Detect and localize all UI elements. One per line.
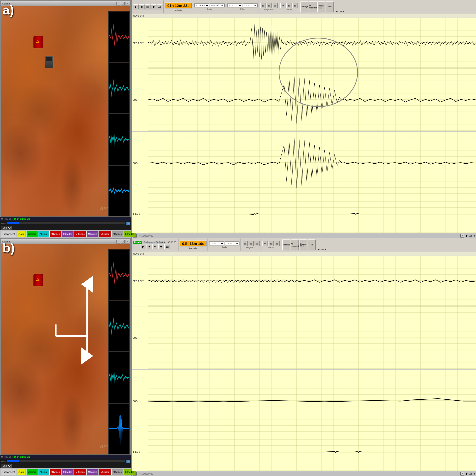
channel-wave-eeg-b bbox=[148, 256, 476, 306]
freq-select-a[interactable]: 70 Hz bbox=[227, 3, 242, 7]
track-icon1-b[interactable]: ≡ bbox=[262, 241, 268, 246]
game-titlebar-b: Second _ □ ✕ bbox=[1, 239, 130, 244]
scale-uv-select-b[interactable]: 70 Hz bbox=[209, 241, 224, 245]
tracks-label-b: Tracks bbox=[268, 246, 274, 249]
tb-cam-icon-a[interactable]: 📷 bbox=[157, 4, 162, 9]
channel-row-eog1-b: EOG bbox=[132, 306, 476, 370]
scale-label-b: Scale bbox=[222, 246, 227, 248]
m3-button-a[interactable]: M3wideo bbox=[74, 231, 86, 237]
m4-button-a[interactable]: M4wideo bbox=[87, 231, 98, 237]
alarm-button-b[interactable]: Alarm bbox=[17, 469, 26, 475]
montage-btn-a[interactable]: Montage bbox=[300, 1, 308, 12]
tb-play2-b[interactable]: ▶ bbox=[141, 244, 146, 249]
scroll-indicator-b[interactable]: ↕ bbox=[126, 460, 130, 463]
signal-panel-blue-a bbox=[108, 165, 130, 216]
track-icon2-a[interactable]: ⊞ bbox=[286, 3, 292, 8]
mars-terrain-a: REMsp bbox=[1, 6, 130, 216]
attempt-button-b[interactable]: Attempt bbox=[38, 469, 49, 475]
signal-panel-spike-b bbox=[108, 403, 130, 454]
progress-row-b: 10% ↕ bbox=[0, 459, 131, 464]
as-recorded-btn-a[interactable]: Asrecorded bbox=[309, 1, 317, 12]
frag-icon1-b[interactable]: ⊞ bbox=[242, 241, 248, 246]
m6-button-b[interactable]: M6wideo bbox=[111, 469, 123, 475]
scale-mm-select-b[interactable]: 0.5 Hz bbox=[225, 241, 239, 245]
wakeup-button-b[interactable]: WakeUp bbox=[26, 469, 38, 475]
track-icon3-a[interactable]: ⊟ bbox=[292, 3, 298, 8]
channel-label-eog1-b: EOG bbox=[132, 337, 148, 339]
track-icon1-a[interactable]: ≡ bbox=[280, 3, 286, 8]
disable-eeg-btn-a[interactable]: DisableEEG bbox=[317, 1, 325, 12]
progress-bar-fill-b bbox=[7, 460, 19, 462]
channel-label-emg-a: 4: EMG bbox=[132, 213, 148, 215]
toolbar-fragments-a: ⊞ ⊟ ⊠ Fragments bbox=[259, 0, 279, 13]
track-icon3-b[interactable]: ⊟ bbox=[274, 241, 280, 246]
tb-skip-icon-a[interactable]: ⏭ bbox=[145, 4, 150, 9]
signal-panel-red-b bbox=[108, 250, 130, 300]
close-btn-b[interactable]: ✕ bbox=[125, 240, 129, 243]
channel-row-eeg-b: EEG-POLY bbox=[132, 256, 476, 306]
eeg-content-b: Waveform EEG-POLY EOG bbox=[132, 252, 476, 471]
signal-sidebar-a bbox=[108, 11, 130, 216]
status-next-btn-a[interactable]: ► bbox=[460, 234, 464, 238]
m2-button-b[interactable]: M2wideo bbox=[62, 469, 74, 475]
scale-mm-select-a[interactable]: 15 mm/s bbox=[210, 3, 225, 7]
status-page-info-a: ▶ 16s ◄ bbox=[466, 235, 475, 237]
tb-cam2-b[interactable]: 📷 bbox=[164, 244, 170, 249]
m3-button-b[interactable]: M3wideo bbox=[74, 469, 86, 475]
status-file-b: ◄ 1 20220729 bbox=[139, 473, 458, 475]
minimize-btn-b[interactable]: _ bbox=[116, 240, 120, 243]
m5-button-a[interactable]: M5wideo bbox=[99, 231, 111, 237]
ready-badge-b: Ready bbox=[133, 241, 142, 244]
frag-icon1-a[interactable]: ⊞ bbox=[260, 3, 266, 8]
tb-stop-icon-a[interactable]: ■ bbox=[139, 4, 145, 9]
scale-uv-select-a[interactable]: 10 μV/mm bbox=[194, 3, 209, 7]
wakeup-button-a[interactable]: WakeUp bbox=[26, 231, 38, 237]
filter-select-a[interactable]: 0.5 Hz bbox=[243, 3, 258, 7]
eeg-channels-a: EEG-POLY EOG bbox=[132, 18, 476, 233]
close-btn-a[interactable]: ✕ bbox=[125, 2, 129, 5]
m5-button-b[interactable]: M5wideo bbox=[99, 469, 111, 475]
fragments-label-a: Fragments bbox=[264, 8, 274, 11]
disable-eeg-btn-b[interactable]: DisableEEG bbox=[299, 239, 307, 250]
m1-button-b[interactable]: M1wideo bbox=[49, 469, 61, 475]
maximize-btn-b[interactable]: □ bbox=[121, 240, 125, 243]
tb-rec2-b[interactable]: ⏺ bbox=[158, 244, 164, 249]
eeg-toolbar-a: ▶ ■ ⏭ ⏺ 📷 01h 12m 23s Navigation 10 μV/m… bbox=[132, 0, 476, 14]
m2-button-a[interactable]: M2wideo bbox=[62, 231, 74, 237]
frag-icon3-a[interactable]: ⊠ bbox=[272, 3, 278, 8]
tb-rec-icon-a[interactable]: ⏺ bbox=[151, 4, 156, 9]
as-recorded-btn-b[interactable]: Asrecorded bbox=[291, 239, 299, 250]
disconnect-button-a[interactable]: Disconnect bbox=[1, 231, 16, 237]
game-window-b: Second _ □ ✕ bbox=[1, 239, 130, 455]
lang-row-b: Eng bbox=[0, 464, 131, 468]
m4-button-b[interactable]: M4wideo bbox=[87, 469, 98, 475]
m1-button-a[interactable]: M1wideo bbox=[49, 231, 61, 237]
scroll-indicator-a[interactable]: ↕ bbox=[126, 222, 130, 225]
montage-btn-b[interactable]: Montage bbox=[282, 239, 290, 250]
channel-label-eog1-a: EOG bbox=[132, 99, 148, 101]
frag-icon2-a[interactable]: ⊟ bbox=[266, 3, 272, 8]
disconnect-button-b[interactable]: Disconnect bbox=[1, 469, 16, 475]
epoch-time-b: Epoch 00:00:30 bbox=[12, 456, 30, 458]
alarm-button-a[interactable]: Alarm bbox=[17, 231, 26, 237]
tb-skip2-b[interactable]: ⏭ bbox=[152, 244, 158, 249]
eeg-status-a: ◄ ◄ 1 20220729 ► ▶ 16s ◄ bbox=[132, 233, 476, 238]
track-icon2-b[interactable]: ⊞ bbox=[268, 241, 274, 246]
frag-icon2-b[interactable]: ⊟ bbox=[248, 241, 254, 246]
info-btn-b[interactable]: Info bbox=[308, 239, 316, 250]
epoch-bar-a: ⚙ ◎ ⬡ ⬡ Epoch 00:00:30 bbox=[0, 217, 131, 221]
status-next-btn-b[interactable]: ► bbox=[460, 472, 464, 476]
attempt-button-a[interactable]: Attempt bbox=[38, 231, 49, 237]
lang-select-a[interactable]: Eng bbox=[1, 226, 12, 230]
tb-play-icon-a[interactable]: ▶ bbox=[133, 4, 139, 9]
channel-wave-eog2-a bbox=[148, 132, 476, 195]
info-btn-a[interactable]: Info bbox=[326, 1, 334, 12]
frag-icon3-b[interactable]: ⊠ bbox=[254, 241, 260, 246]
page-size-b: ▶ 16s ◄ bbox=[317, 248, 327, 251]
minimize-btn-a[interactable]: _ bbox=[116, 2, 120, 5]
maximize-btn-a[interactable]: □ bbox=[121, 2, 125, 5]
m6-button-a[interactable]: M6wideo bbox=[111, 231, 123, 237]
tb-stop2-b[interactable]: ■ bbox=[147, 244, 152, 249]
toolbar-montage-b: Montage Asrecorded DisableEEG Info bbox=[281, 238, 317, 251]
lang-select-b[interactable]: Eng bbox=[1, 464, 12, 468]
